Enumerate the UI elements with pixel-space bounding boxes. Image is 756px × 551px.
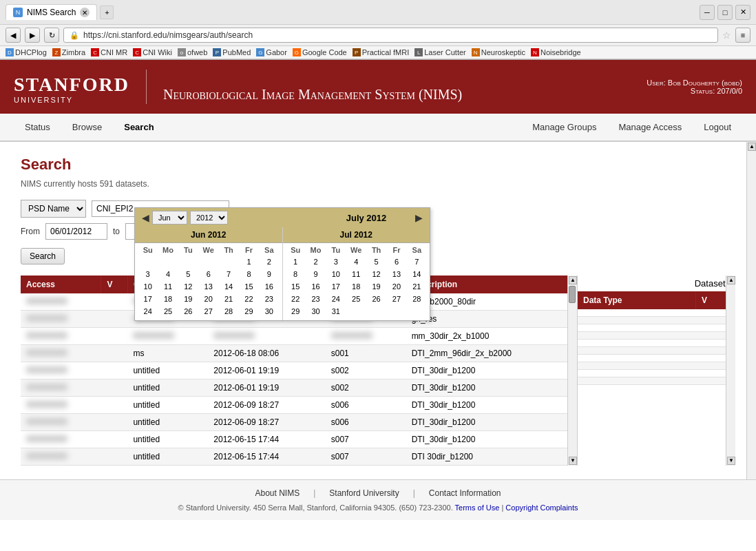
cal-day-20[interactable]: 20 [198,293,218,305]
table-row[interactable]: mm_30dir_2x_b1000 [21,328,577,345]
rcal-day-16[interactable]: 16 [306,280,326,293]
table-row[interactable]: untitled 2012-06-01 19:19 s002 DTI_30dir… [21,380,577,397]
cal-day-17[interactable]: 17 [138,293,158,305]
cal-day-10[interactable]: 10 [138,280,158,293]
search-button[interactable]: Search [21,248,65,264]
rcal-day-9[interactable]: 9 [306,268,326,280]
browser-tab[interactable]: N NIMS Search ✕ [6,4,97,20]
left-scrollbar[interactable]: ▲ ▼ [567,276,577,466]
scroll-down-button[interactable]: ▼ [569,457,577,465]
table-row[interactable]: untitled 2012-06-09 18:27 s006 DTI_30dir… [21,397,577,414]
rcal-day-31[interactable]: 31 [326,305,346,318]
cal-day-1[interactable]: 1 [239,256,259,268]
footer-about-link[interactable]: About NIMS [255,488,300,498]
rcal-day-25[interactable]: 25 [346,293,366,305]
rcal-day-8[interactable]: 8 [286,268,306,280]
cal-day-2[interactable]: 2 [259,256,279,268]
bookmark-laser-cutter[interactable]: L Laser Cutter [414,48,466,56]
rcal-day-13[interactable]: 13 [386,268,406,280]
nav-browse[interactable]: Browse [61,114,113,141]
bookmark-noisebridge[interactable]: N Noisebridge [531,48,581,56]
close-button[interactable]: ✕ [735,5,750,20]
cal-day-21[interactable]: 21 [218,293,238,305]
rcal-day-30[interactable]: 30 [306,305,326,318]
right-scrollbar[interactable]: ▲ ▼ [726,276,735,466]
from-date-input[interactable] [45,223,107,240]
cal-day-4[interactable]: 4 [158,268,178,280]
cal-day-22[interactable]: 22 [239,293,259,305]
cal-day-30[interactable]: 30 [259,305,279,318]
dataset-row[interactable] [578,309,735,317]
rcal-day-27[interactable]: 27 [386,293,406,305]
nav-search[interactable]: Search [113,114,165,141]
footer-complaints-link[interactable]: Copyright Complaints [505,503,578,512]
bookmark-gabor[interactable]: G Gabor [256,48,287,56]
footer-contact-link[interactable]: Contact Information [429,488,501,498]
cal-day-13[interactable]: 13 [198,280,218,293]
cal-day-28[interactable]: 28 [218,305,238,318]
rcal-day-29[interactable]: 29 [286,305,306,318]
footer-terms-link[interactable]: Terms of Use [455,503,500,512]
rcal-day-11[interactable]: 11 [346,268,366,280]
rcal-day-21[interactable]: 21 [407,280,427,293]
rcal-day-6[interactable]: 6 [386,256,406,268]
dataset-row[interactable] [578,370,735,377]
page-scrollbar[interactable]: ▲ [746,142,756,479]
menu-button[interactable]: ≡ [735,28,750,43]
rcal-day-24[interactable]: 24 [326,293,346,305]
cal-day-16[interactable]: 16 [259,280,279,293]
bookmark-cni-wiki[interactable]: C CNI Wiki [133,48,172,56]
rcal-day-7[interactable]: 7 [407,256,427,268]
bookmark-ofweb[interactable]: o ofweb [178,48,207,56]
cal-day-14[interactable]: 14 [218,280,238,293]
cal-day-11[interactable]: 11 [158,280,178,293]
rcal-day-12[interactable]: 12 [366,268,386,280]
cal-day-26[interactable]: 26 [178,305,198,318]
table-row[interactable]: untitled 2012-06-15 17:44 s007 DTI_30dir… [21,431,577,448]
address-bar[interactable]: 🔒 https://cni.stanford.edu/nimsgears/aut… [63,28,718,43]
nav-status[interactable]: Status [14,114,61,141]
cal-day-27[interactable]: 27 [198,305,218,318]
table-row[interactable]: untitled 2012-06-09 18:27 s006 DTI_30dir… [21,414,577,431]
cal-day-29[interactable]: 29 [239,305,259,318]
dataset-row[interactable] [578,340,735,347]
rcal-day-26[interactable]: 26 [366,293,386,305]
calendar-year-select[interactable]: 20102011201220132014 [190,211,228,225]
bookmark-star-icon[interactable]: ☆ [722,30,731,41]
forward-button[interactable]: ▶ [25,28,40,43]
rcal-day-18[interactable]: 18 [346,280,366,293]
back-button[interactable]: ◀ [6,28,21,43]
scroll-thumb[interactable] [569,286,576,303]
table-row[interactable]: untitled 2012-06-01 19:19 s002 DTI_30dir… [21,362,577,380]
dataset-row[interactable] [578,362,735,370]
dataset-row[interactable] [578,347,735,355]
tab-close-button[interactable]: ✕ [80,8,90,17]
nav-manage-access[interactable]: Manage Access [607,114,693,141]
rcal-day-14[interactable]: 14 [407,268,427,280]
calendar-month-select[interactable]: JanFebMarAprMayJunJulAugSepOctNovDec [152,211,187,225]
table-row[interactable]: ms 2012-06-18 08:06 s001 DTI_2mm_96dir_2… [21,345,577,362]
bookmark-cni-mr[interactable]: C CNI MR [91,48,127,56]
scroll-up-button[interactable]: ▲ [569,276,577,284]
maximize-button[interactable]: □ [717,5,733,20]
bookmark-dhcplog[interactable]: D DHCPlog [6,48,47,56]
footer-stanford-link[interactable]: Stanford University [329,488,399,498]
dataset-row[interactable] [578,317,735,324]
dataset-row[interactable] [578,332,735,340]
rcal-day-3[interactable]: 3 [326,256,346,268]
calendar-next-button[interactable]: ▶ [412,212,426,223]
reload-button[interactable]: ↻ [44,28,59,43]
bookmark-neuroskeptic[interactable]: N Neuroskeptic [472,48,525,56]
rcal-day-17[interactable]: 17 [326,280,346,293]
rcal-day-2[interactable]: 2 [306,256,326,268]
cal-day-19[interactable]: 19 [178,293,198,305]
nav-logout[interactable]: Logout [693,114,742,141]
cal-day-15[interactable]: 15 [239,280,259,293]
cal-day-9[interactable]: 9 [259,268,279,280]
cal-day-6[interactable]: 6 [198,268,218,280]
bookmark-pubmed[interactable]: P PubMed [213,48,251,56]
table-row[interactable]: untitled 2012-06-15 17:44 s007 DTI 30dir… [21,448,577,466]
dataset-row[interactable] [578,324,735,332]
rcal-day-22[interactable]: 22 [286,293,306,305]
right-scroll-down-button[interactable]: ▼ [727,457,735,465]
